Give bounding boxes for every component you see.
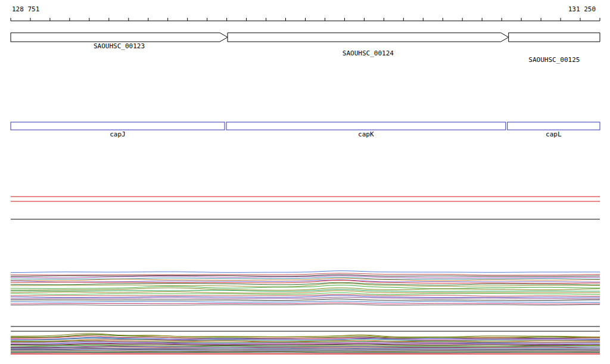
cap-feature-label-capk[interactable]: capK — [358, 130, 374, 138]
ruler — [11, 18, 600, 21]
tracks-canvas — [0, 0, 610, 364]
coverage-trace — [11, 299, 600, 301]
gene-feature-arrow[interactable] — [509, 33, 600, 42]
gene-label-saouhsc-00123[interactable]: SAOUHSC_00123 — [94, 42, 145, 50]
coverage-trace — [11, 273, 600, 275]
gene-label-saouhsc-00124[interactable]: SAOUHSC_00124 — [343, 49, 394, 57]
cap-feature-track — [11, 122, 600, 130]
coverage-trace — [11, 303, 600, 304]
coverage-plot-lower — [11, 334, 600, 353]
cap-feature-box[interactable] — [508, 122, 600, 130]
gene-label-saouhsc-00125[interactable]: SAOUHSC_00125 — [528, 56, 580, 64]
cap-feature-label-capl[interactable]: capL — [546, 130, 562, 138]
coverage-trace — [11, 301, 600, 302]
coverage-trace — [11, 351, 600, 352]
genome-browser-view: 128 751 131 250 SAOUHSC_00123 SAOUHSC_00… — [0, 0, 610, 364]
gene-feature-arrow[interactable] — [228, 33, 509, 42]
coverage-trace — [11, 304, 600, 305]
coverage-plot-upper — [11, 271, 600, 306]
coverage-trace — [11, 293, 600, 294]
cap-feature-label-capj[interactable]: capJ — [110, 130, 126, 138]
ruler-end-coordinate: 131 250 — [568, 5, 596, 13]
gene-feature-track — [11, 33, 600, 42]
coverage-trace — [11, 351, 600, 351]
gene-feature-arrow[interactable] — [11, 33, 228, 42]
coverage-trace — [11, 283, 600, 287]
coverage-trace — [11, 294, 600, 296]
cap-feature-box[interactable] — [226, 122, 506, 130]
cap-feature-box[interactable] — [11, 122, 225, 130]
ruler-start-coordinate: 128 751 — [12, 5, 39, 13]
coverage-trace — [11, 271, 600, 273]
coverage-trace — [11, 352, 600, 353]
